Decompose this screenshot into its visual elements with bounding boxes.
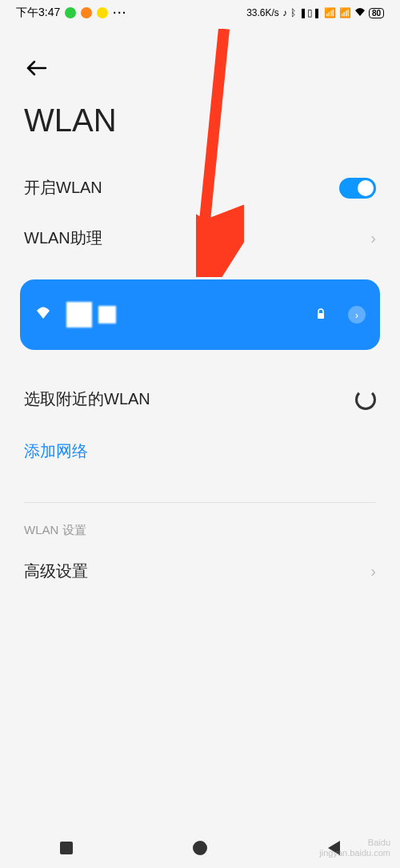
music-icon: ♪: [282, 7, 287, 18]
nearby-section-row: 选取附近的WLAN: [20, 366, 380, 424]
status-bar: 下午3:47 ··· 33.6K/s ♪ ᛒ ❚▯❚ 📶 📶 80: [0, 0, 400, 26]
status-time: 下午3:47: [16, 6, 60, 20]
wifi-status-icon: [354, 7, 366, 19]
network-name-blurred: [66, 302, 116, 328]
signal-1-icon: 📶: [324, 7, 336, 18]
back-button[interactable]: [26, 56, 47, 82]
status-left: 下午3:47 ···: [16, 6, 127, 20]
divider: [24, 502, 376, 503]
chevron-right-icon: ›: [370, 562, 376, 581]
refresh-icon[interactable]: [355, 389, 376, 410]
watermark: Baidujingyan.baidu.com: [319, 838, 390, 858]
wifi-icon: [34, 304, 52, 325]
status-right: 33.6K/s ♪ ᛒ ❚▯❚ 📶 📶 80: [246, 7, 384, 19]
advanced-label: 高级设置: [24, 561, 88, 582]
more-notifications-icon: ···: [113, 6, 127, 19]
bluetooth-icon: ᛒ: [290, 7, 296, 18]
svg-rect-0: [318, 313, 324, 319]
app-icon-3: [97, 7, 108, 18]
advanced-settings-row[interactable]: 高级设置 ›: [20, 546, 380, 597]
wlan-settings-section-label: WLAN 设置: [20, 519, 380, 546]
wlan-toggle[interactable]: [339, 178, 376, 199]
wlan-assistant-row[interactable]: WLAN助理 ›: [20, 213, 380, 263]
chevron-right-icon: ›: [370, 229, 376, 247]
vibrate-icon: ❚▯❚: [299, 7, 321, 18]
network-detail-button[interactable]: ›: [348, 306, 366, 323]
wlan-assistant-label: WLAN助理: [24, 227, 102, 249]
nav-recent-button[interactable]: [60, 842, 73, 854]
nav-home-button[interactable]: [193, 841, 207, 855]
net-speed: 33.6K/s: [246, 7, 279, 18]
add-network-link[interactable]: 添加网络: [20, 424, 380, 478]
battery-icon: 80: [369, 8, 384, 18]
page-title: WLAN: [24, 102, 380, 139]
content-area: WLAN 开启WLAN WLAN助理 › › 选取附近的WLAN 添加网络 WL…: [0, 26, 400, 597]
connected-network-card[interactable]: ›: [20, 279, 380, 350]
app-icon-2: [81, 7, 92, 18]
app-icon-1: [65, 7, 76, 18]
nearby-label: 选取附近的WLAN: [24, 388, 150, 410]
signal-2-icon: 📶: [339, 7, 351, 18]
wlan-enable-label: 开启WLAN: [24, 177, 102, 199]
lock-icon: [316, 308, 326, 322]
wlan-enable-row: 开启WLAN: [20, 163, 380, 213]
